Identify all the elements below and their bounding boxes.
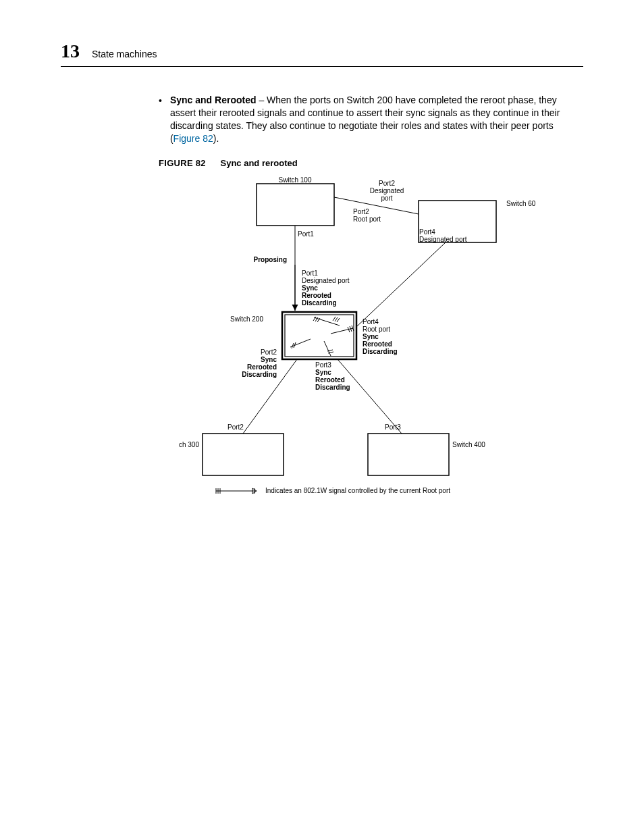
s200-port4-l2: Root port [363,325,390,333]
bullet-text: Sync and Rerooted – When the ports on Sw… [170,94,576,145]
proposing-label: Proposing [253,256,286,263]
s200-port2-l1: Port2 [261,348,277,356]
s200-port3-l1: Port3 [315,361,331,369]
figure-reference-link[interactable]: Figure 82 [173,133,213,144]
switch-200-box-inner [285,315,354,357]
bullet-marker: • [159,95,162,107]
s200-port2-l2: Sync [261,356,277,363]
switch-400-label: Switch 400 [452,441,485,448]
s200-port2-l4: Discarding [242,371,277,378]
s100-port1: Port1 [298,230,314,238]
s200-port1-l2: Designated port [302,277,350,284]
switch-300-box [203,434,284,475]
s60-port2-root-l1: Port2 [353,208,369,215]
page: 13 State machines • Sync and Rerooted – … [0,0,644,834]
figure-label: FIGURE 82 [159,158,206,168]
s200-port4-l3: Sync [363,333,379,340]
switch-100-label: Switch 100 [278,177,311,184]
s100-port2-l2: Designated [369,187,404,194]
switch-100-box [257,184,334,226]
s60-port4-l1: Port4 [419,228,435,236]
s200-port3-l3: Rerooted [315,376,345,384]
s200-port3-l4: Discarding [315,384,350,391]
legend: Indicates an 802.1W signal controlled by… [216,487,450,494]
svg-line-9 [337,318,340,322]
signal-marks-group [290,317,354,356]
legend-text: Indicates an 802.1W signal controlled by… [265,487,450,494]
switch-200-label: Switch 200 [230,315,263,323]
page-header: 13 State machines [61,41,583,67]
s200-port1-l5: Discarding [302,299,337,307]
diagram: Switch 100 Switch 60 Switch 200 Switch 3… [179,177,557,501]
diagram-svg: Switch 100 Switch 60 Switch 200 Switch 3… [179,177,557,501]
svg-line-1 [356,242,446,327]
s200-port1-l4: Rerooted [302,292,331,299]
s200-port3-l2: Sync [315,369,331,376]
bullet-dash: – [257,95,267,105]
s200-port1-l3: Sync [302,284,318,292]
s100-port2-l1: Port2 [379,180,395,187]
bullet-item: • Sync and Rerooted – When the ports on … [159,94,576,145]
svg-line-20 [324,341,331,356]
bullet-desc-after: ). [213,133,219,144]
s200-port4-l1: Port4 [363,318,379,325]
svg-line-7 [333,317,336,321]
chapter-number: 13 [61,41,80,62]
s60-port4-l2: Designated port [419,236,467,243]
s200-port2-l3: Rerooted [247,363,277,371]
s400-port3: Port3 [385,423,401,431]
svg-line-13 [331,328,353,334]
s200-port4-l5: Discarding [363,348,398,355]
svg-line-0 [334,197,419,214]
section-title: State machines [92,49,157,59]
s300-port2: Port2 [227,423,244,431]
switch-60-label: Switch 60 [506,200,536,207]
body-content: • Sync and Rerooted – When the ports on … [159,94,576,501]
figure-caption: FIGURE 82 Sync and rerooted [159,157,576,170]
s60-port2-root-l2: Root port [353,215,381,223]
figure-title: Sync and rerooted [221,158,298,168]
s200-port4-l4: Rerooted [363,340,392,348]
s100-port2-l3: port [381,194,392,202]
s200-port1-l1: Port1 [302,269,318,277]
switch-300-label: Switch 300 [179,441,199,448]
svg-line-8 [335,317,338,321]
switch-400-box [368,434,449,475]
bullet-term: Sync and Rerooted [170,95,257,105]
svg-line-5 [338,359,402,434]
